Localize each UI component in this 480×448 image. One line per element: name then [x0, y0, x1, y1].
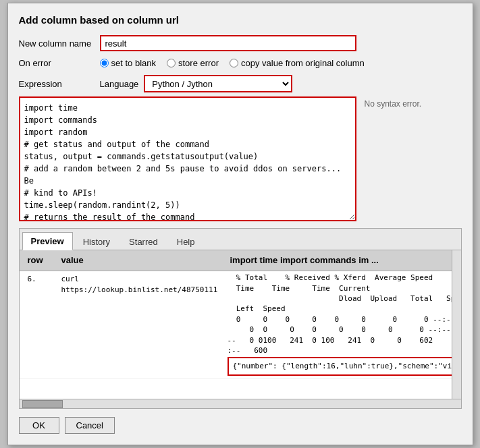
radio-set-blank-label: set to blank — [111, 58, 157, 68]
column-name-row: New column name — [19, 35, 462, 51]
radio-set-blank[interactable]: set to blank — [100, 58, 157, 68]
on-error-row: On error set to blank store error copy v… — [19, 58, 462, 68]
tab-bar: Preview History Starred Help — [20, 229, 461, 250]
dialog-title: Add column based on column url — [19, 14, 462, 26]
result-box: {"number": {"length":16,"luhn":true},"sc… — [228, 357, 461, 375]
tab-content-area: row value import time import commands im… — [20, 250, 461, 399]
cancel-button[interactable]: Cancel — [65, 417, 115, 434]
tab-help[interactable]: Help — [168, 233, 204, 250]
tab-history[interactable]: History — [74, 233, 119, 250]
table-row: 6. curl https://lookup.binlist.net/48750… — [20, 271, 452, 379]
radio-store-error-input[interactable] — [167, 59, 176, 67]
cell-output: % Total % Received % Xferd Average Speed… — [228, 273, 461, 377]
expression-row: Expression Language Python / Jython Cloj… — [19, 75, 462, 92]
col-value: value — [59, 253, 228, 268]
horizontal-scrollbar[interactable] — [20, 399, 461, 408]
cell-value: curl https://lookup.binlist.net/48750111 — [59, 273, 228, 296]
column-name-input[interactable] — [100, 35, 356, 51]
cell-row-num: 6. — [25, 273, 59, 285]
ok-button[interactable]: OK — [19, 417, 59, 434]
radio-copy-value-label: copy value from original column — [241, 58, 365, 68]
col-output: import time import commands im ... — [228, 253, 446, 268]
vertical-scrollbar[interactable] — [452, 250, 461, 399]
tab-starred[interactable]: Starred — [120, 233, 167, 250]
radio-copy-value[interactable]: copy value from original column — [230, 58, 365, 68]
column-name-label: New column name — [19, 38, 100, 49]
on-error-label: On error — [19, 58, 100, 68]
language-select[interactable]: Python / Jython Clojure GREL — [144, 75, 292, 92]
col-row: row — [25, 253, 59, 268]
code-editor[interactable]: import time import commands import rando… — [19, 96, 356, 221]
h-scroll-thumb[interactable] — [22, 400, 63, 408]
radio-copy-value-input[interactable] — [230, 59, 238, 67]
radio-store-error[interactable]: store error — [167, 58, 219, 68]
tab-preview[interactable]: Preview — [22, 232, 73, 250]
output-text: % Total % Received % Xferd Average Speed… — [228, 273, 461, 356]
on-error-options: set to blank store error copy value from… — [100, 58, 365, 68]
syntax-status: No syntax error. — [362, 96, 456, 221]
expression-label: Expression — [19, 79, 100, 89]
radio-set-blank-input[interactable] — [100, 59, 109, 67]
radio-store-error-label: store error — [178, 58, 219, 68]
code-area-container: import time import commands import rando… — [19, 96, 462, 221]
language-label: Language — [100, 79, 139, 89]
tabs-container: Preview History Starred Help row value i… — [19, 228, 462, 409]
tab-content-inner: row value import time import commands im… — [20, 250, 461, 379]
add-column-dialog: Add column based on column url New colum… — [7, 3, 473, 445]
bottom-buttons: OK Cancel — [19, 417, 462, 434]
table-header: row value import time import commands im… — [20, 250, 452, 271]
